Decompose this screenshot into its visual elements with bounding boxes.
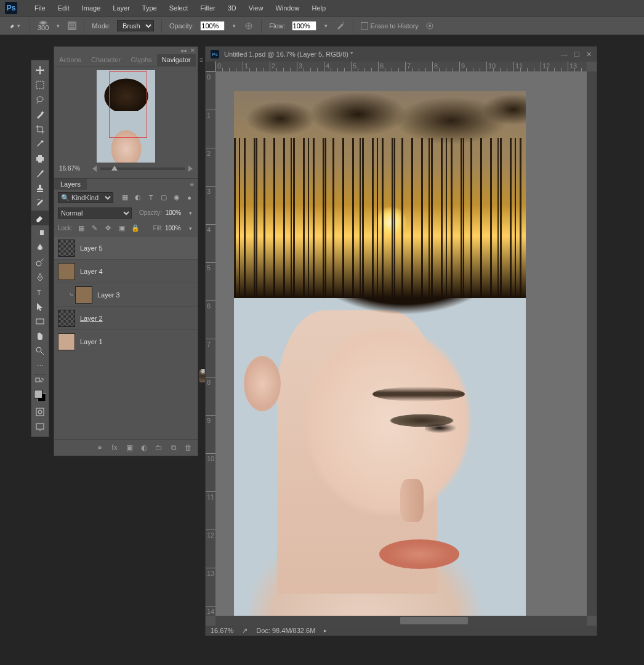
layer-thumbnail[interactable] <box>58 310 75 327</box>
layer-row[interactable]: ◉ Layer 1 <box>54 329 198 353</box>
status-share-icon[interactable]: ↗ <box>242 627 248 635</box>
menu-window[interactable]: Window <box>269 4 305 12</box>
stamp-tool[interactable] <box>31 181 49 196</box>
flow-chevron-icon[interactable]: ▾ <box>323 23 329 29</box>
layer-row[interactable]: ◉ ⤷ Layer 3 <box>54 283 198 306</box>
path-select-tool[interactable] <box>31 299 49 314</box>
artboard[interactable] <box>234 91 526 616</box>
layer-group-icon[interactable]: 🗀 <box>155 443 163 452</box>
ruler-origin[interactable] <box>206 62 215 71</box>
ruler-vertical[interactable]: 01234567891011121314 <box>206 71 215 616</box>
filter-type-icon[interactable]: T <box>147 194 156 201</box>
menu-filter[interactable]: Filter <box>194 4 221 12</box>
opacity-chevron-icon[interactable]: ▾ <box>231 23 238 29</box>
tab-layers[interactable]: Layers <box>54 179 87 190</box>
more-tools[interactable]: ⋯ <box>31 358 49 373</box>
navigator-view-box[interactable] <box>109 71 147 138</box>
navigator-zoom-slider[interactable] <box>100 167 185 170</box>
link-layers-icon[interactable]: ⚭ <box>95 443 104 452</box>
filter-smart-icon[interactable]: ◉ <box>172 193 181 201</box>
delete-layer-icon[interactable]: 🗑 <box>184 443 193 452</box>
document-titlebar[interactable]: Ps Untitled 1.psd @ 16.7% (Layer 5, RGB/… <box>206 47 597 62</box>
layer-filter-select[interactable]: 🔍 KindKind <box>58 192 113 203</box>
layer-name[interactable]: Layer 5 <box>80 244 103 252</box>
erase-to-history-checkbox[interactable]: Erase to History <box>361 22 419 30</box>
layer-thumbnail[interactable] <box>58 263 75 280</box>
pressure-opacity-icon[interactable] <box>244 21 254 31</box>
ruler-horizontal[interactable]: 01234567891011121314 <box>215 62 587 71</box>
marquee-tool[interactable] <box>31 78 49 92</box>
navigator-zoom-value[interactable]: 16.67% <box>59 165 89 172</box>
fill-value[interactable]: 100% <box>165 225 185 232</box>
type-tool[interactable]: T <box>31 284 49 299</box>
layer-name[interactable]: Layer 3 <box>97 291 120 299</box>
foreground-color-swatch[interactable] <box>34 390 42 398</box>
layers-menu-icon[interactable]: ≡ <box>187 179 198 190</box>
layer-row[interactable]: ◉ Layer 5 <box>54 236 198 259</box>
rectangle-tool[interactable] <box>31 314 49 329</box>
eraser-tool[interactable] <box>31 211 49 225</box>
filter-shape-icon[interactable]: ▢ <box>159 193 168 201</box>
tab-glyphs[interactable]: Glyphs <box>126 54 156 66</box>
tab-character[interactable]: Character <box>86 54 126 66</box>
brush-tool[interactable] <box>31 166 49 181</box>
dodge-tool[interactable] <box>31 255 49 270</box>
navigator-proxy[interactable] <box>97 70 155 163</box>
tab-actions[interactable]: Actions <box>54 54 86 66</box>
status-info-arrow-icon[interactable]: ▸ <box>324 627 327 634</box>
menu-3d[interactable]: 3D <box>222 4 243 12</box>
horizontal-scrollbar[interactable] <box>215 616 587 626</box>
blur-tool[interactable] <box>31 240 49 255</box>
zoom-tool[interactable] <box>31 344 49 358</box>
mode-select[interactable]: Brush <box>117 20 154 31</box>
menu-select[interactable]: Select <box>163 4 195 12</box>
minimize-icon[interactable]: — <box>561 50 568 58</box>
menu-file[interactable]: File <box>28 4 52 12</box>
flow-input[interactable] <box>292 21 316 31</box>
blend-mode-select[interactable]: Normal <box>58 208 132 219</box>
layer-opacity-chevron-icon[interactable]: ▾ <box>187 210 194 216</box>
layer-name[interactable]: Layer 4 <box>80 268 103 275</box>
collapse-icon[interactable]: ◂◂ <box>180 47 187 54</box>
zoom-out-icon[interactable] <box>92 166 97 172</box>
layer-name[interactable]: Layer 2 <box>80 315 103 322</box>
crop-tool[interactable] <box>31 122 49 137</box>
new-layer-icon[interactable]: ⧉ <box>169 443 178 452</box>
layer-mask-icon[interactable]: ▣ <box>125 443 134 452</box>
lock-pixels-icon[interactable]: ✎ <box>90 224 100 232</box>
layer-opacity-value[interactable]: 100% <box>166 209 183 216</box>
airbrush-icon[interactable] <box>336 21 345 31</box>
filter-pixel-icon[interactable]: ▦ <box>121 193 130 201</box>
adjustment-layer-icon[interactable]: ◐ <box>140 443 148 452</box>
lock-position-icon[interactable]: ✥ <box>103 224 113 232</box>
layer-row[interactable]: ◉ Layer 2 <box>54 306 198 329</box>
lock-transparency-icon[interactable]: ▦ <box>76 224 86 232</box>
history-brush-tool[interactable] <box>31 196 49 211</box>
swap-colors-icon[interactable] <box>31 376 49 385</box>
lasso-tool[interactable] <box>31 92 49 107</box>
fill-chevron-icon[interactable]: ▾ <box>187 225 194 232</box>
layer-style-icon[interactable]: fx <box>110 443 119 452</box>
gradient-tool[interactable] <box>31 225 49 240</box>
brush-panel-toggle-icon[interactable] <box>68 22 76 30</box>
quickmask-toggle[interactable] <box>31 405 49 419</box>
status-docsize[interactable]: Doc: 98.4M/832.6M <box>256 627 315 634</box>
close-panel-icon[interactable]: ✕ <box>190 47 195 54</box>
pressure-size-icon[interactable] <box>425 21 435 31</box>
eyedropper-tool[interactable] <box>31 137 49 151</box>
brush-preset-chevron-icon[interactable]: ▾ <box>55 23 62 29</box>
layer-thumbnail[interactable] <box>75 286 92 304</box>
menu-type[interactable]: Type <box>136 4 163 12</box>
menu-help[interactable]: Help <box>306 4 332 12</box>
vertical-scrollbar[interactable] <box>587 71 597 616</box>
brush-preset-picker[interactable]: 300 <box>38 20 49 31</box>
menu-image[interactable]: Image <box>76 4 107 12</box>
maximize-icon[interactable]: ☐ <box>574 50 580 58</box>
tab-navigator[interactable]: Navigator <box>157 54 196 66</box>
canvas-viewport[interactable] <box>215 71 587 616</box>
status-zoom[interactable]: 16.67% <box>211 627 233 634</box>
menu-view[interactable]: View <box>243 4 270 12</box>
healing-tool[interactable] <box>31 151 49 166</box>
filter-toggle-icon[interactable]: ● <box>185 194 194 201</box>
filter-adjust-icon[interactable]: ◐ <box>134 193 143 201</box>
